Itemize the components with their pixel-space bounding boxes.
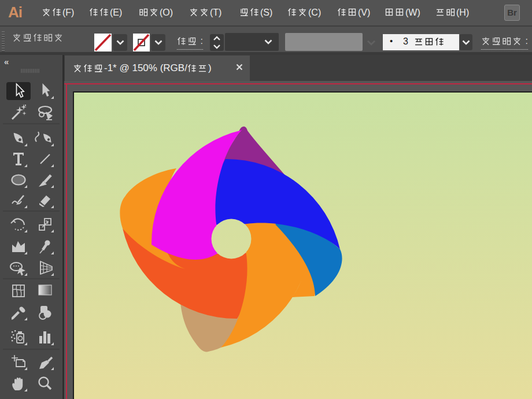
svg-text:«: « (4, 57, 9, 66)
